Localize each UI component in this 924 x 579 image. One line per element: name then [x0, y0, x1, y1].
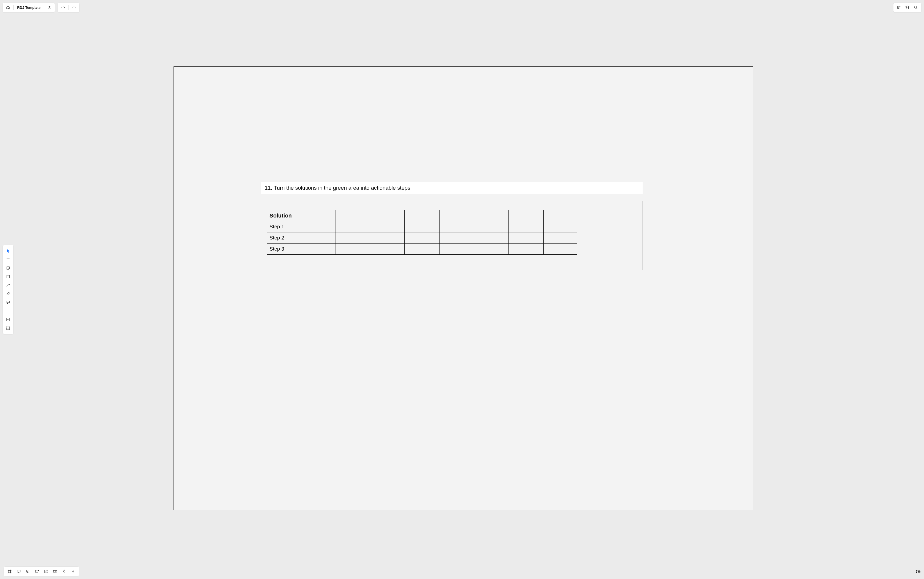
svg-rect-9: [53, 571, 56, 572]
table-row-label[interactable]: Step 3: [267, 244, 335, 255]
table-row[interactable]: Step 3: [267, 244, 577, 255]
chevron-left-double-icon: [72, 570, 75, 573]
frame-content: 11. Turn the solutions in the green area…: [261, 182, 643, 270]
import-icon: [6, 317, 10, 322]
redo-button[interactable]: [70, 3, 78, 12]
home-button[interactable]: [4, 3, 12, 12]
comments-panel-button[interactable]: [23, 567, 32, 576]
table-cell[interactable]: [543, 210, 577, 221]
table-cell[interactable]: [370, 232, 405, 244]
steps-table-container[interactable]: Solution Step 1: [261, 201, 643, 270]
collapse-panel-button[interactable]: [69, 567, 78, 576]
svg-rect-4: [7, 275, 10, 278]
share-link-button[interactable]: [33, 567, 41, 576]
frame-icon: [7, 569, 12, 574]
sticky-note-icon: [6, 266, 10, 270]
more-tools[interactable]: [4, 324, 12, 332]
comment-icon: [26, 569, 30, 574]
table-row[interactable]: Step 1: [267, 221, 577, 232]
table-cell[interactable]: [543, 232, 577, 244]
activity-button[interactable]: [60, 567, 69, 576]
home-icon: [6, 5, 10, 10]
table-cell[interactable]: [405, 244, 439, 255]
table-row-label[interactable]: Step 1: [267, 221, 335, 232]
table-cell[interactable]: [405, 210, 439, 221]
undo-icon: [61, 5, 65, 10]
table-row[interactable]: Solution: [267, 210, 577, 221]
comment-tool[interactable]: [4, 298, 12, 307]
table-cell[interactable]: [335, 244, 370, 255]
table-cell[interactable]: [474, 244, 509, 255]
table-cell[interactable]: [474, 232, 509, 244]
table-cell[interactable]: [509, 232, 543, 244]
shape-tool[interactable]: [4, 272, 12, 281]
pen-tool[interactable]: [4, 290, 12, 298]
table-cell[interactable]: [509, 210, 543, 221]
video-icon: [53, 569, 57, 574]
document-title[interactable]: RDJ Template: [15, 6, 43, 10]
table-cell[interactable]: [370, 244, 405, 255]
separator: [13, 5, 14, 10]
table-cell[interactable]: [405, 221, 439, 232]
present-button[interactable]: [15, 567, 23, 576]
search-icon: [914, 5, 918, 10]
table-cell[interactable]: [474, 210, 509, 221]
sticky-note-tool[interactable]: [4, 264, 12, 272]
record-button[interactable]: [51, 567, 59, 576]
table-cell[interactable]: [335, 232, 370, 244]
step-heading[interactable]: 11. Turn the solutions in the green area…: [261, 182, 643, 194]
svg-rect-7: [17, 570, 20, 572]
canvas-frame[interactable]: 11. Turn the solutions in the green area…: [173, 66, 753, 510]
select-tool[interactable]: [4, 247, 12, 255]
frame-icon: [6, 309, 10, 313]
undo-button[interactable]: [59, 3, 67, 12]
presentation-icon: [16, 569, 21, 574]
table-cell[interactable]: [439, 232, 474, 244]
pen-icon: [6, 291, 10, 296]
table-cell[interactable]: [439, 244, 474, 255]
table-cell[interactable]: [509, 221, 543, 232]
history-chip: [57, 3, 80, 13]
table-cell[interactable]: [509, 244, 543, 255]
sliders-icon: [896, 5, 901, 10]
plus-dashed-icon: [6, 326, 10, 330]
share-icon: [34, 569, 39, 574]
text-tool[interactable]: [4, 255, 12, 264]
steps-table[interactable]: Solution Step 1: [267, 210, 577, 255]
zoom-level[interactable]: 7%: [916, 570, 921, 573]
connector-tool[interactable]: [4, 281, 12, 290]
table-cell[interactable]: [335, 210, 370, 221]
table-cell[interactable]: [439, 210, 474, 221]
canvas[interactable]: 11. Turn the solutions in the green area…: [0, 0, 924, 579]
bottom-chip: [3, 566, 79, 576]
table-row-label[interactable]: Step 2: [267, 232, 335, 244]
table-cell[interactable]: [335, 221, 370, 232]
upload-tool[interactable]: [4, 315, 12, 324]
table-row[interactable]: Step 2: [267, 232, 577, 244]
table-header-cell[interactable]: Solution: [267, 210, 335, 221]
text-icon: [6, 257, 10, 262]
bolt-icon: [62, 569, 66, 574]
table-cell[interactable]: [405, 232, 439, 244]
top-right-chip: [893, 3, 921, 13]
search-button[interactable]: [912, 3, 920, 12]
svg-point-3: [914, 6, 917, 8]
redo-icon: [72, 5, 76, 10]
frames-panel-button[interactable]: [5, 567, 14, 576]
comment-icon: [6, 300, 10, 305]
table-cell[interactable]: [439, 221, 474, 232]
table-cell[interactable]: [543, 244, 577, 255]
frame-tool[interactable]: [4, 307, 12, 315]
export-button[interactable]: [45, 3, 54, 12]
learn-button[interactable]: [903, 3, 912, 12]
table-cell[interactable]: [543, 221, 577, 232]
graduation-cap-icon: [905, 5, 910, 10]
open-external-button[interactable]: [42, 567, 50, 576]
upload-icon: [47, 5, 52, 10]
settings-button[interactable]: [895, 3, 903, 12]
cursor-icon: [6, 249, 10, 253]
table-cell[interactable]: [474, 221, 509, 232]
external-link-icon: [44, 569, 48, 574]
table-cell[interactable]: [370, 221, 405, 232]
table-cell[interactable]: [370, 210, 405, 221]
